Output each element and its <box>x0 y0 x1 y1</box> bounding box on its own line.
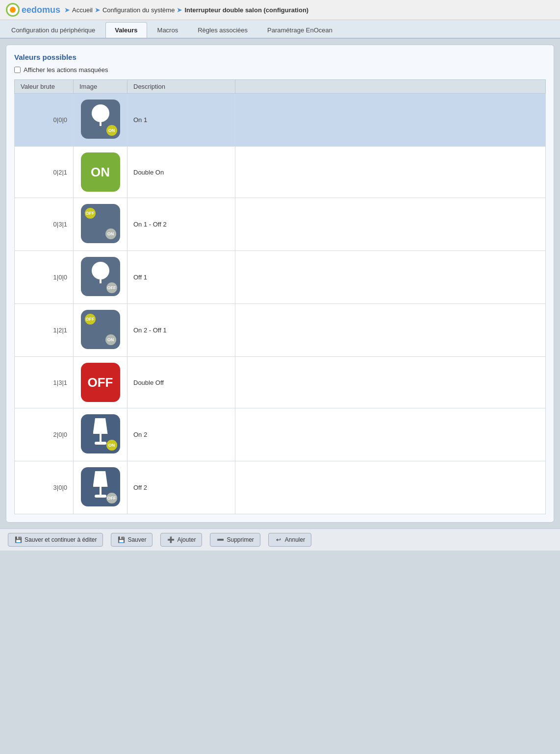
delete-label: Supprimer <box>227 536 254 543</box>
cell-extra <box>235 198 546 251</box>
undo-icon: ↩ <box>275 536 282 544</box>
cell-value: 1|3|1 <box>15 357 74 408</box>
off2-badge: OFF <box>85 314 96 325</box>
cell-image: OFF <box>74 251 127 304</box>
tab-macros[interactable]: Macros <box>148 22 188 38</box>
on-badge: ON <box>106 125 117 136</box>
cell-value: 0|0|0 <box>15 94 74 147</box>
cell-desc: Off 2 <box>127 461 235 514</box>
logo-text: eedomus <box>22 5 60 15</box>
footer: 💾 Sauver et continuer à éditer 💾 Sauver … <box>0 528 560 551</box>
stem-shape <box>100 278 102 283</box>
lamp-shape <box>93 418 108 445</box>
checkbox-label: Afficher les actions masquées <box>24 66 108 74</box>
cell-value: 0|2|1 <box>15 147 74 198</box>
double-on-text: ON <box>91 165 110 180</box>
breadcrumb-arrow-1: ➤ <box>64 6 70 14</box>
tab-config-peripherique[interactable]: Configuration du périphérique <box>2 22 104 38</box>
table-row[interactable]: 0|3|1 OFF ON On 1 - Off 2 <box>15 198 546 251</box>
on-badge-lamp: ON <box>106 440 117 451</box>
logo-inner <box>10 7 16 13</box>
lamp-stem <box>100 487 102 495</box>
cell-desc: On 2 <box>127 408 235 461</box>
off-badge-lamp: OFF <box>106 493 117 503</box>
stem-shape <box>100 121 102 126</box>
table-row[interactable]: 0|0|0 ON On 1 <box>15 94 546 147</box>
cell-image: ON <box>74 408 127 461</box>
cell-value: 1|2|1 <box>15 304 74 357</box>
cell-image: OFF ON <box>74 198 127 251</box>
cell-value: 0|3|1 <box>15 198 74 251</box>
cell-extra <box>235 461 546 514</box>
cell-extra <box>235 94 546 147</box>
cell-desc: On 1 <box>127 94 235 147</box>
add-button[interactable]: ➕ Ajouter <box>160 533 202 547</box>
lamp-base <box>95 495 106 498</box>
cell-image: ON <box>74 94 127 147</box>
breadcrumb-config[interactable]: Configuration du système <box>102 6 175 14</box>
off-badge: OFF <box>106 282 117 293</box>
tab-enocean[interactable]: Paramétrage EnOcean <box>258 22 342 38</box>
table-row[interactable]: 0|2|1 ON Double On <box>15 147 546 198</box>
table-row[interactable]: 2|0|0 ON On 2 <box>15 408 546 461</box>
icon-double-on: ON <box>81 152 120 192</box>
on-badge-br: ON <box>105 228 116 239</box>
table-row[interactable]: 1|2|1 OFF ON On 2 - Off 1 <box>15 304 546 357</box>
breadcrumb-accueil[interactable]: Accueil <box>72 6 93 14</box>
header: eedomus ➤ Accueil ➤ Configuration du sys… <box>0 0 560 20</box>
cell-extra <box>235 147 546 198</box>
show-hidden-checkbox[interactable] <box>14 67 21 73</box>
icon-double-off: OFF <box>81 363 120 402</box>
double-off-text: OFF <box>88 375 113 390</box>
cell-extra <box>235 304 546 357</box>
cancel-button[interactable]: ↩ Annuler <box>268 533 311 547</box>
cell-extra <box>235 408 546 461</box>
bulb-shape <box>92 262 109 279</box>
cell-desc: On 1 - Off 2 <box>127 198 235 251</box>
table-row[interactable]: 3|0|0 OFF Off 2 <box>15 461 546 514</box>
save-button[interactable]: 💾 Sauver <box>111 533 153 547</box>
tab-valeurs[interactable]: Valeurs <box>105 22 147 38</box>
breadcrumb-arrow-3: ➤ <box>177 6 182 14</box>
lamp-stem <box>100 434 102 442</box>
cell-extra <box>235 357 546 408</box>
table-row[interactable]: 1|3|1 OFF Double Off <box>15 357 546 408</box>
values-table: Valeur brute Image Description 0|0|0 ON … <box>14 79 546 514</box>
cell-desc: Double Off <box>127 357 235 408</box>
save-continue-label: Sauver et continuer à éditer <box>25 536 97 543</box>
cell-extra <box>235 251 546 304</box>
logo-circle <box>6 3 20 17</box>
on2-badge: ON <box>105 334 116 345</box>
lamp-head <box>93 471 108 487</box>
off-badge-tl: OFF <box>85 208 96 219</box>
bulb-shape <box>92 104 109 122</box>
breadcrumb: ➤ Accueil ➤ Configuration du système ➤ I… <box>64 6 308 14</box>
save-icon: 💾 <box>117 536 125 544</box>
lamp-head <box>93 418 108 434</box>
section-title: Valeurs possibles <box>14 53 546 61</box>
delete-button[interactable]: ➖ Supprimer <box>210 533 260 547</box>
header-valeur-brute: Valeur brute <box>15 80 74 94</box>
tab-regles[interactable]: Règles associées <box>188 22 257 38</box>
icon-on1off2: OFF ON <box>81 204 120 243</box>
lamp-base <box>95 442 106 445</box>
save-continue-button[interactable]: 💾 Sauver et continuer à éditer <box>8 533 103 547</box>
logo: eedomus <box>6 3 60 17</box>
icon-on2off1: OFF ON <box>81 310 120 349</box>
cell-value: 2|0|0 <box>15 408 74 461</box>
save-continue-icon: 💾 <box>14 536 22 544</box>
table-row[interactable]: 1|0|0 OFF Off 1 <box>15 251 546 304</box>
lamp-shape <box>93 471 108 498</box>
tab-bar: Configuration du périphérique Valeurs Ma… <box>0 20 560 39</box>
breadcrumb-current: Interrupteur double salon (configuration… <box>184 6 308 14</box>
save-label: Sauver <box>127 536 146 543</box>
cell-desc: Double On <box>127 147 235 198</box>
main-content: Valeurs possibles Afficher les actions m… <box>6 45 554 523</box>
cell-image: OFF <box>74 461 127 514</box>
cell-image: ON <box>74 147 127 198</box>
cell-image: OFF ON <box>74 304 127 357</box>
add-icon: ➕ <box>167 536 175 544</box>
checkbox-row: Afficher les actions masquées <box>14 66 546 74</box>
cell-image: OFF <box>74 357 127 408</box>
icon-lamp-off: OFF <box>81 467 120 506</box>
